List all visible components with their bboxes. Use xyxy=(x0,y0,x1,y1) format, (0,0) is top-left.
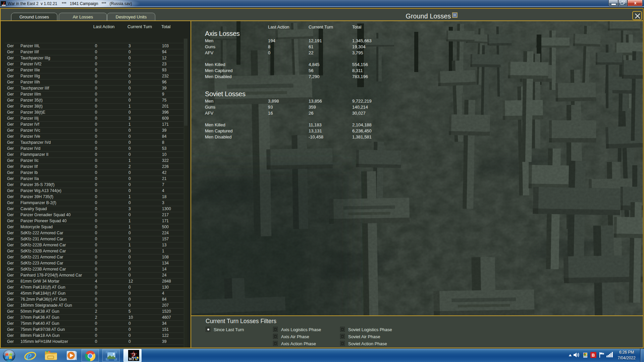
svg-text:WI: WI xyxy=(128,356,135,361)
svg-text:e: e xyxy=(26,350,32,362)
svg-text:B: B xyxy=(592,353,595,358)
